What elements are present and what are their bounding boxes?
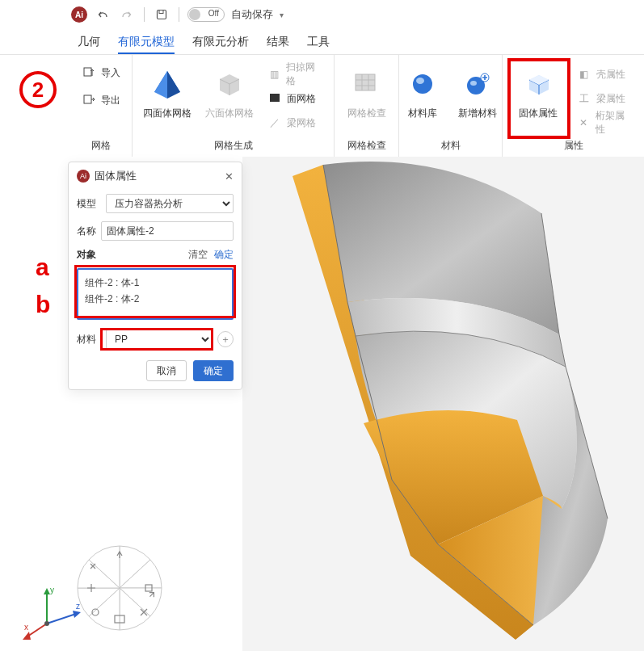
- new-material-icon: [460, 66, 495, 102]
- panel-app-icon: Ai: [77, 170, 90, 183]
- tab-geometry[interactable]: 几何: [78, 35, 100, 54]
- panel-title: 固体属性: [95, 169, 137, 183]
- beam-property-button[interactable]: 工 梁属性: [574, 87, 636, 110]
- svg-point-7: [413, 74, 432, 94]
- content-area: Ai 固体属性 ✕ 模型 压力容器热分析 名称 对象 清空 确定 组件-2 : …: [0, 157, 644, 651]
- annotation-step-2: 2: [19, 71, 57, 108]
- undo-button[interactable]: [94, 6, 112, 23]
- model-shape: [242, 157, 644, 651]
- material-library-label: 材料库: [408, 107, 437, 120]
- sweep-mesh-button[interactable]: ▥ 扫掠网格: [264, 63, 326, 86]
- shell-property-label: 壳属性: [596, 68, 625, 82]
- annotation-box-a: [74, 265, 236, 318]
- tab-fe-model[interactable]: 有限元模型: [118, 35, 175, 54]
- svg-rect-3: [84, 95, 91, 103]
- group-material: 材料库 新增材料 材料: [399, 55, 503, 157]
- group-property-title: 属性: [564, 136, 583, 155]
- confirm-small-button[interactable]: 确定: [214, 248, 234, 262]
- export-label: 导出: [101, 94, 120, 107]
- svg-point-24: [44, 621, 49, 626]
- svg-rect-1: [159, 10, 163, 14]
- panel-close-button[interactable]: ✕: [225, 170, 234, 183]
- import-icon: [82, 65, 96, 81]
- mesh-check-icon: [349, 66, 385, 102]
- model-label: 模型: [77, 197, 101, 211]
- new-material-button[interactable]: 新增材料: [453, 61, 502, 120]
- svg-line-18: [47, 614, 76, 624]
- import-label: 导入: [101, 66, 120, 80]
- beam-property-icon: 工: [577, 92, 591, 106]
- truss-property-label: 桁架属性: [596, 109, 633, 136]
- mesh-check-label: 网格检查: [347, 107, 386, 120]
- model-select[interactable]: 压力容器热分析: [106, 194, 234, 213]
- svg-rect-0: [158, 10, 166, 19]
- group-meshcheck-title: 网格检查: [347, 136, 386, 155]
- object-label: 对象: [77, 248, 96, 262]
- svg-text:z: z: [76, 602, 80, 611]
- svg-rect-5: [356, 74, 375, 90]
- app-icon: Ai: [71, 6, 87, 23]
- svg-rect-4: [270, 94, 280, 102]
- material-library-button[interactable]: 材料库: [400, 61, 445, 120]
- group-mesh: 导入 导出 网格: [69, 55, 133, 157]
- tab-tools[interactable]: 工具: [307, 35, 330, 54]
- toggle-label: Off: [208, 9, 219, 18]
- tab-fe-analysis[interactable]: 有限元分析: [192, 35, 249, 54]
- svg-text:y: y: [50, 586, 54, 594]
- sweep-mesh-icon: ▥: [267, 69, 281, 80]
- surface-mesh-label: 面网格: [287, 92, 316, 106]
- svg-marker-16: [44, 588, 50, 594]
- surface-mesh-icon: [267, 91, 282, 107]
- svg-marker-22: [23, 632, 31, 640]
- clear-button[interactable]: 清空: [188, 248, 208, 262]
- beam-mesh-button[interactable]: ／ 梁网格: [264, 111, 326, 134]
- save-button[interactable]: [153, 6, 170, 23]
- tet-mesh-label: 四面体网格: [143, 107, 192, 120]
- qat-dropdown-icon[interactable]: ▾: [280, 10, 284, 19]
- material-library-icon: [405, 66, 440, 102]
- svg-point-10: [470, 81, 477, 86]
- tet-mesh-button[interactable]: 四面体网格: [141, 61, 195, 120]
- import-button[interactable]: 导入: [78, 61, 124, 84]
- ok-button[interactable]: 确定: [193, 360, 234, 381]
- export-button[interactable]: 导出: [78, 89, 124, 111]
- annotation-box-b: [100, 328, 213, 351]
- hex-mesh-button[interactable]: 六面体网格: [203, 61, 257, 120]
- add-material-button[interactable]: ＋: [217, 331, 234, 347]
- svg-point-8: [416, 78, 424, 84]
- group-meshcheck: 网格检查 网格检查: [335, 55, 399, 157]
- svg-marker-19: [73, 611, 81, 618]
- truss-property-icon: ✕: [577, 117, 591, 128]
- redo-button[interactable]: [118, 6, 136, 23]
- group-meshgen: 四面体网格 六面体网格 ▥ 扫掠网格 面网格: [133, 55, 335, 157]
- surface-mesh-button[interactable]: 面网格: [264, 87, 326, 110]
- quick-access-toolbar: Ai Off 自动保存 ▾: [0, 0, 644, 29]
- group-meshgen-title: 网格生成: [214, 136, 253, 155]
- name-input[interactable]: [101, 221, 234, 241]
- svg-rect-2: [84, 68, 91, 76]
- export-icon: [82, 93, 96, 108]
- new-material-label: 新增材料: [458, 107, 497, 120]
- autosave-toggle[interactable]: Off: [187, 7, 225, 22]
- shell-property-icon: ◧: [577, 69, 591, 80]
- annotation-box-solid-property: [507, 58, 570, 139]
- shell-property-button[interactable]: ◧ 壳属性: [574, 63, 636, 86]
- tab-results[interactable]: 结果: [267, 35, 289, 54]
- svg-line-21: [27, 624, 47, 636]
- truss-property-button[interactable]: ✕ 桁架属性: [574, 111, 636, 134]
- group-mesh-title: 网格: [91, 136, 111, 155]
- tet-mesh-icon: [149, 66, 185, 102]
- annotation-b: b: [36, 291, 50, 318]
- beam-property-label: 梁属性: [596, 92, 625, 106]
- beam-mesh-label: 梁网格: [287, 116, 316, 130]
- name-label: 名称: [77, 225, 96, 238]
- material-label: 材料: [77, 333, 101, 346]
- viewport-3d[interactable]: [242, 157, 644, 651]
- beam-mesh-icon: ／: [267, 116, 282, 130]
- autosave-label: 自动保存: [231, 7, 273, 22]
- group-material-title: 材料: [441, 136, 461, 155]
- hex-mesh-label: 六面体网格: [205, 107, 254, 120]
- svg-text:x: x: [24, 623, 28, 632]
- mesh-check-button[interactable]: 网格检查: [339, 61, 395, 120]
- cancel-button[interactable]: 取消: [146, 360, 187, 381]
